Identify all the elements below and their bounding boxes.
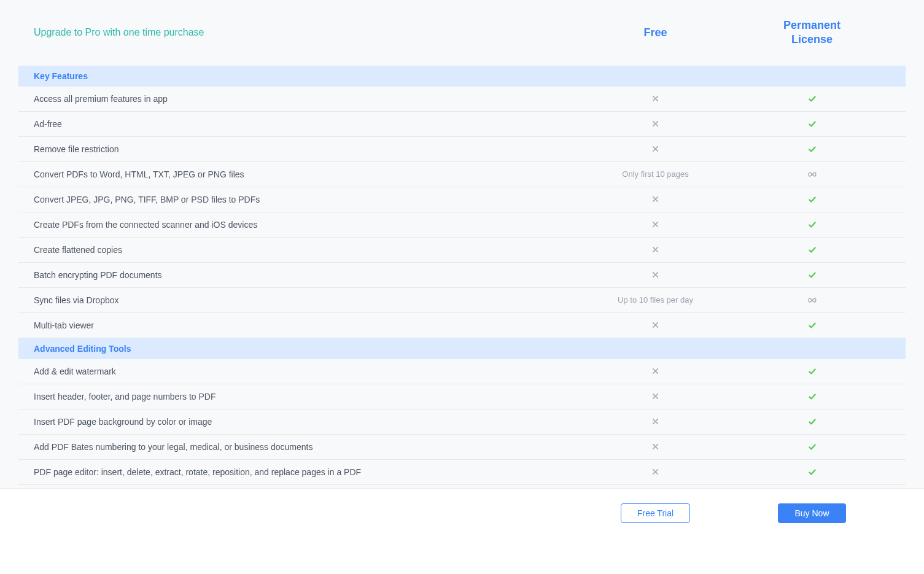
plan-header-free: Free xyxy=(577,26,734,40)
feature-label: Access all premium features in app xyxy=(34,94,577,104)
table-row: Remove file restriction xyxy=(18,137,906,162)
feature-label: Add PDF Bates numbering to your legal, m… xyxy=(34,442,577,452)
table-row: Multi-tab viewer xyxy=(18,313,906,338)
cell-permanent xyxy=(734,245,890,255)
x-icon xyxy=(651,144,661,154)
check-icon xyxy=(807,392,817,401)
section-header: Key Features xyxy=(18,66,906,87)
check-icon xyxy=(807,467,817,477)
cell-permanent xyxy=(734,417,890,427)
feature-label: Convert JPEG, JPG, PNG, TIFF, BMP or PSD… xyxy=(34,195,577,204)
check-icon xyxy=(807,270,817,280)
plan-header-permanent-line2: License xyxy=(791,33,833,45)
x-icon xyxy=(651,320,661,330)
cell-free xyxy=(577,245,734,255)
cell-permanent xyxy=(734,220,890,230)
cell-permanent xyxy=(734,392,890,401)
comparison-scroll-area[interactable]: Upgrade to Pro with one time purchase Fr… xyxy=(0,0,924,488)
check-icon xyxy=(807,220,817,230)
cell-free xyxy=(577,367,734,376)
check-icon xyxy=(807,195,817,204)
check-icon xyxy=(807,367,817,376)
cell-free xyxy=(577,270,734,280)
check-icon xyxy=(807,94,817,104)
feature-label: Insert PDF page background by color or i… xyxy=(34,417,577,427)
check-icon xyxy=(807,442,817,452)
table-row: Create flattened copies xyxy=(18,238,906,263)
cell-free xyxy=(577,467,734,477)
table-row: Ad-free xyxy=(18,112,906,137)
table-row: Create PDFs from the connected scanner a… xyxy=(18,212,906,238)
infinity-icon xyxy=(807,169,817,179)
cell-permanent xyxy=(734,442,890,452)
feature-label: Add & edit watermark xyxy=(34,367,577,376)
table-row: PDF page editor: insert, delete, extract… xyxy=(18,460,906,485)
cell-permanent xyxy=(734,195,890,204)
cell-permanent xyxy=(734,295,890,305)
cell-text: Only first 10 pages xyxy=(622,169,688,179)
cell-free xyxy=(577,94,734,104)
free-trial-button[interactable]: Free Trial xyxy=(621,503,690,523)
check-icon xyxy=(807,119,817,129)
upgrade-comparison-page: Upgrade to Pro with one time purchase Fr… xyxy=(0,0,924,574)
x-icon xyxy=(651,392,661,401)
cell-text: Up to 10 files per day xyxy=(618,295,693,304)
table-row: Convert JPEG, JPG, PNG, TIFF, BMP or PSD… xyxy=(18,187,906,212)
check-icon xyxy=(807,144,817,154)
x-icon xyxy=(651,195,661,204)
table-row: Sync files via DropboxUp to 10 files per… xyxy=(18,288,906,313)
cell-free: Up to 10 files per day xyxy=(577,295,734,304)
cell-free xyxy=(577,442,734,452)
check-icon xyxy=(807,245,817,255)
cell-permanent xyxy=(734,144,890,154)
table-row: Add & edit watermark xyxy=(18,359,906,384)
table-row: Batch encrypting PDF documents xyxy=(18,263,906,288)
feature-label: Ad-free xyxy=(34,119,577,129)
plan-header-permanent-line1: Permanent xyxy=(783,19,841,31)
buy-now-button[interactable]: Buy Now xyxy=(778,503,845,523)
cell-free xyxy=(577,417,734,427)
cell-permanent xyxy=(734,467,890,477)
plan-header-permanent: Permanent License xyxy=(734,18,890,47)
cell-free xyxy=(577,392,734,401)
cell-free xyxy=(577,144,734,154)
feature-label: Sync files via Dropbox xyxy=(34,295,577,305)
table-row: Access all premium features in app xyxy=(18,87,906,112)
feature-label: Insert header, footer, and page numbers … xyxy=(34,392,577,401)
x-icon xyxy=(651,467,661,477)
footer-bar: Free Trial Buy Now xyxy=(0,488,924,574)
feature-label: Batch encrypting PDF documents xyxy=(34,270,577,280)
cell-free xyxy=(577,119,734,129)
footer-col-free: Free Trial xyxy=(577,503,734,523)
x-icon xyxy=(651,367,661,376)
table-row: Convert PDFs to Word, HTML, TXT, JPEG or… xyxy=(18,162,906,187)
header-row: Upgrade to Pro with one time purchase Fr… xyxy=(34,0,890,66)
feature-label: Convert PDFs to Word, HTML, TXT, JPEG or… xyxy=(34,169,577,179)
feature-label: Create flattened copies xyxy=(34,245,577,255)
x-icon xyxy=(651,245,661,255)
x-icon xyxy=(651,442,661,452)
page-title: Upgrade to Pro with one time purchase xyxy=(34,27,577,38)
comparison-table: Key FeaturesAccess all premium features … xyxy=(18,66,906,488)
cell-permanent xyxy=(734,270,890,280)
footer-col-buy: Buy Now xyxy=(734,503,890,523)
feature-label: Multi-tab viewer xyxy=(34,320,577,330)
cell-permanent xyxy=(734,119,890,129)
cell-free xyxy=(577,195,734,204)
feature-label: Create PDFs from the connected scanner a… xyxy=(34,220,577,230)
section-header: Advanced Editing Tools xyxy=(18,338,906,359)
infinity-icon xyxy=(807,295,817,305)
feature-label: PDF page editor: insert, delete, extract… xyxy=(34,467,577,477)
check-icon xyxy=(807,417,817,427)
cell-permanent xyxy=(734,367,890,376)
table-row: Insert header, footer, and page numbers … xyxy=(18,384,906,409)
cell-free xyxy=(577,220,734,230)
cell-permanent xyxy=(734,94,890,104)
table-row: Add PDF Bates numbering to your legal, m… xyxy=(18,435,906,460)
table-row: Insert PDF page background by color or i… xyxy=(18,409,906,435)
cell-free xyxy=(577,320,734,330)
cell-free: Only first 10 pages xyxy=(577,169,734,179)
x-icon xyxy=(651,220,661,230)
x-icon xyxy=(651,94,661,104)
cell-permanent xyxy=(734,320,890,330)
